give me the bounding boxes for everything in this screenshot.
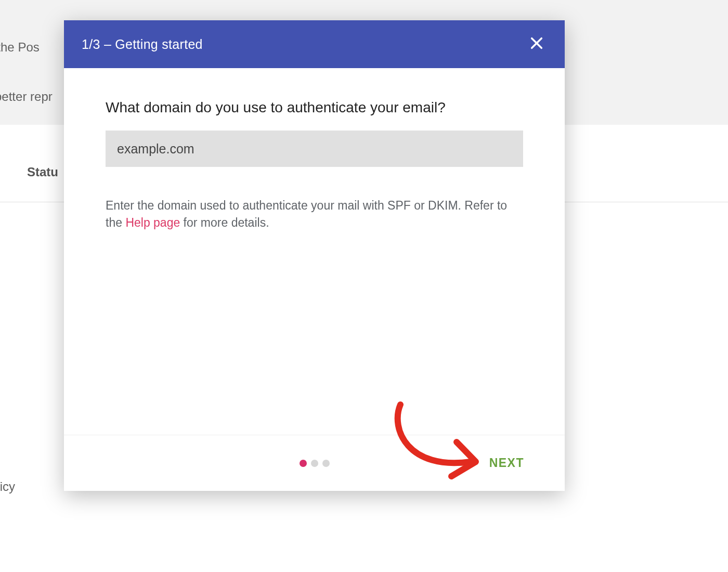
background-text-fragment: with the Pos xyxy=(0,39,40,55)
close-icon xyxy=(529,36,544,53)
modal-step-title: 1/3 – Getting started xyxy=(82,37,203,52)
help-text-post: for more details. xyxy=(180,216,269,229)
step-dots xyxy=(300,460,330,467)
background-text-fragment: better repr xyxy=(0,88,53,105)
close-button[interactable] xyxy=(526,34,547,55)
modal-footer: NEXT xyxy=(64,435,565,491)
background-column-header-status: Statu xyxy=(27,164,58,180)
help-text: Enter the domain used to authenticate yo… xyxy=(106,197,523,232)
getting-started-modal: 1/3 – Getting started What domain do you… xyxy=(64,20,565,491)
next-button[interactable]: NEXT xyxy=(486,456,527,471)
modal-header: 1/3 – Getting started xyxy=(64,20,565,68)
step-dot-2[interactable] xyxy=(311,460,318,467)
step-dot-3[interactable] xyxy=(322,460,330,467)
step-dot-1[interactable] xyxy=(300,460,307,467)
help-page-link[interactable]: Help page xyxy=(125,216,180,229)
background-policy-link: Policy xyxy=(0,478,15,495)
modal-body: What domain do you use to authenticate y… xyxy=(64,68,565,435)
domain-input[interactable] xyxy=(106,131,523,167)
modal-question: What domain do you use to authenticate y… xyxy=(106,99,523,116)
